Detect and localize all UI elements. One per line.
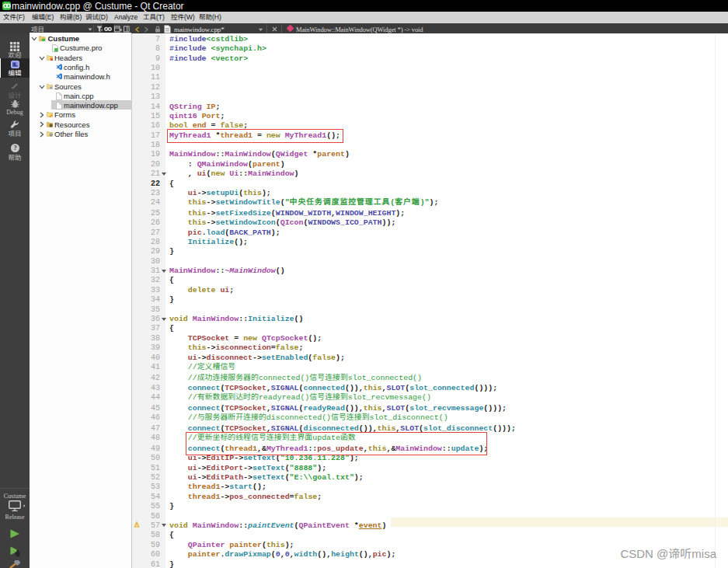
- svg-text:?: ?: [13, 144, 16, 152]
- svg-text:c: c: [50, 86, 51, 89]
